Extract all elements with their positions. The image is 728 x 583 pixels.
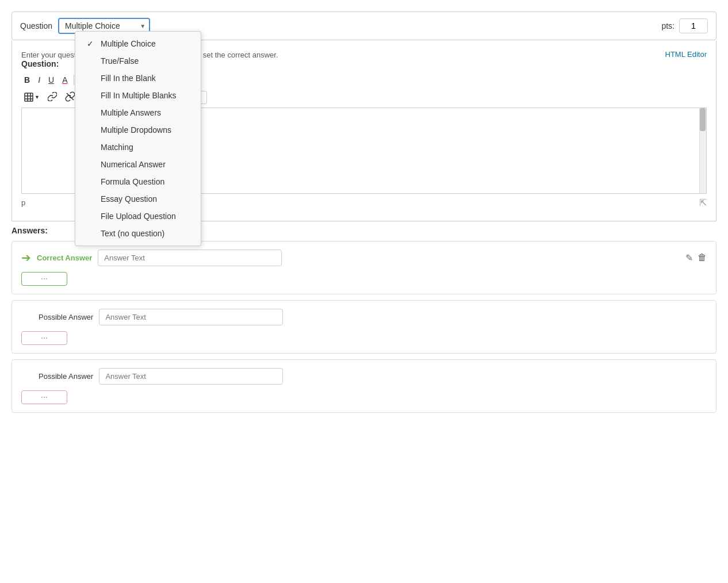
answer-left-correct: ➔ Correct Answer — [21, 250, 282, 266]
delete-icon[interactable]: 🗑 — [698, 252, 707, 263]
answer-top-correct: ➔ Correct Answer ✎ 🗑 — [21, 250, 707, 266]
dropdown-item-true-false[interactable]: True/False — [75, 52, 201, 70]
dropdown-item-essay[interactable]: Essay Question — [75, 190, 201, 208]
answer-row-correct: ➔ Correct Answer ✎ 🗑 ⋯ — [12, 241, 716, 294]
dropdown-item-text-no-question[interactable]: Text (no question) — [75, 225, 201, 242]
dropdown-item-matching[interactable]: Matching — [75, 139, 201, 156]
comment-btn-possible-1[interactable]: ⋯ — [21, 331, 67, 345]
possible-label-1: Possible Answer — [39, 313, 93, 321]
correct-arrow-icon: ➔ — [21, 251, 31, 264]
svg-rect-0 — [25, 93, 33, 101]
answer-actions-correct: ✎ 🗑 — [685, 252, 707, 263]
edit-icon[interactable]: ✎ — [685, 252, 693, 263]
dropdown-item-label: Multiple Choice — [101, 39, 156, 48]
answer-top-possible-2: Possible Answer — [21, 368, 707, 385]
correct-answer-input[interactable] — [98, 250, 282, 266]
table-button[interactable]: ▼ — [21, 91, 43, 103]
dropdown-item-label: Fill In Multiple Blanks — [101, 91, 177, 100]
dropdown-item-label: Multiple Dropdowns — [101, 125, 171, 135]
answer-left-possible-2: Possible Answer — [21, 368, 283, 385]
resize-icon[interactable]: ⇱ — [699, 197, 707, 208]
dropdown-item-formula[interactable]: Formula Question — [75, 173, 201, 190]
comment-btn-correct-wrapper: ⋯ — [21, 272, 707, 286]
checkmark-icon: ✓ — [87, 39, 96, 48]
underline-button[interactable]: U — [45, 74, 57, 86]
dropdown-item-label: Essay Question — [101, 194, 157, 204]
html-editor-link[interactable]: HTML Editor — [665, 50, 707, 59]
question-label: Question — [20, 21, 52, 30]
correct-label: Correct Answer — [37, 254, 92, 262]
dropdown-item-label: Numerical Answer — [101, 160, 166, 169]
dropdown-item-multiple-dropdowns[interactable]: Multiple Dropdowns — [75, 121, 201, 139]
dropdown-item-file-upload[interactable]: File Upload Question — [75, 208, 201, 225]
dropdown-item-label: Text (no question) — [101, 229, 164, 238]
dropdown-item-label: Formula Question — [101, 177, 164, 186]
link-button[interactable] — [45, 90, 60, 105]
comment-btn-possible-2[interactable]: ⋯ — [21, 390, 67, 404]
dropdown-item-multiple-choice[interactable]: ✓ Multiple Choice — [75, 35, 201, 52]
dropdown-item-label: Multiple Answers — [101, 108, 161, 117]
page-wrapper: Question Multiple Choice ▼ pts: ✓ Multip… — [0, 0, 728, 583]
italic-button[interactable]: I — [35, 74, 43, 86]
font-color-button[interactable]: A — [59, 74, 70, 86]
possible-answer-input-1[interactable] — [99, 309, 283, 325]
answer-row-possible-1: Possible Answer ⋯ — [12, 300, 716, 354]
answer-row-possible-2: Possible Answer ⋯ — [12, 359, 716, 413]
pts-wrapper: pts: — [661, 18, 708, 33]
dropdown-item-numerical[interactable]: Numerical Answer — [75, 156, 201, 173]
answers-section: Answers: ➔ Correct Answer ✎ 🗑 ⋯ — [12, 226, 716, 413]
dropdown-item-fill-blank[interactable]: Fill In the Blank — [75, 70, 201, 87]
dropdown-menu: ✓ Multiple Choice True/False Fill In the… — [75, 31, 201, 246]
dropdown-item-label: File Upload Question — [101, 212, 176, 221]
possible-label-2: Possible Answer — [39, 372, 93, 381]
pts-input[interactable] — [679, 18, 708, 33]
possible-answer-input-2[interactable] — [99, 368, 283, 385]
dropdown-item-label: True/False — [101, 56, 139, 66]
dropdown-item-fill-multiple-blanks[interactable]: Fill In Multiple Blanks — [75, 87, 201, 104]
comment-btn-correct[interactable]: ⋯ — [21, 272, 67, 286]
svg-line-5 — [67, 93, 74, 100]
editor-scrollbar[interactable] — [699, 108, 706, 193]
pts-label: pts: — [661, 21, 675, 30]
answer-left-possible-1: Possible Answer — [21, 309, 283, 325]
bold-button[interactable]: B — [21, 74, 33, 86]
comment-btn-possible-1-wrapper: ⋯ — [21, 331, 707, 345]
comment-btn-possible-2-wrapper: ⋯ — [21, 390, 707, 404]
dropdown-item-multiple-answers[interactable]: Multiple Answers — [75, 104, 201, 121]
answer-top-possible-1: Possible Answer — [21, 309, 707, 325]
editor-element-indicator: p — [21, 198, 25, 207]
dropdown-item-label: Fill In the Blank — [101, 74, 156, 83]
editor-scroll-thumb — [700, 108, 706, 131]
table-dropdown-arrow: ▼ — [35, 94, 40, 100]
dropdown-item-label: Matching — [101, 143, 133, 152]
